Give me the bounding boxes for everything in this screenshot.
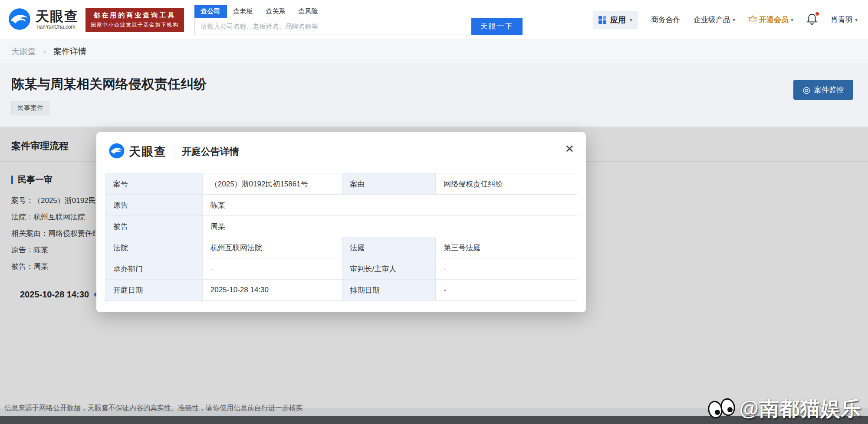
table-row: 开庭日期 2025-10-28 14:30 排期日期 - [105,280,577,301]
case-monitor-label: 案件监控 [814,85,844,95]
cell-value: 第三号法庭 [436,237,577,258]
monitor-icon: ◎ [803,85,810,94]
cell-value: 网络侵权责任纠纷 [436,173,577,195]
apps-grid-icon [598,16,606,24]
cell-value: 陈某 [202,195,577,216]
cell-value: - [202,258,342,280]
cell-value: - [436,258,577,280]
cell-label: 法院 [105,237,203,258]
search-input[interactable] [194,18,471,35]
modal-brand: 天眼查 [108,143,167,161]
table-row: 案号 （2025）浙0192民初15861号 案由 网络侵权责任纠纷 [105,173,577,195]
search-button[interactable]: 天眼一下 [471,18,523,35]
tab-relation[interactable]: 查关系 [260,5,292,18]
tab-company[interactable]: 查公司 [194,5,227,18]
nav-right-menu: 应用 ▾ 商务合作 企业级产品 ▾ 开通会员 ▾ [593,11,860,29]
promo-banner: 都在用的商业查询工具 国家中小企业发展子基金旗下机构 [85,8,184,32]
menu-business-cooperation[interactable]: 商务合作 [651,15,681,25]
breadcrumb-current: 案件详情 [53,46,86,57]
cell-label: 法庭 [342,237,436,258]
cell-label: 承办部门 [105,258,203,280]
breadcrumb-home[interactable]: 天眼查 [11,46,36,57]
tianyancha-logo-icon [8,7,31,33]
enterprise-products-label: 企业级产品 [694,15,730,25]
search-tabs: 查公司 查老板 查关系 查风险 [194,5,523,18]
promo-line1: 都在用的商业查询工具 [91,11,179,20]
chevron-down-icon: ▾ [733,17,735,23]
brand-domain: TianYanCha.com [36,24,79,30]
table-row: 承办部门 - 审判长/主审人 - [105,258,577,280]
cell-value: 杭州互联网法院 [202,237,342,258]
tianyancha-logo-icon [108,143,125,161]
watermark-text: @南都猫娱乐 [739,395,861,422]
cell-label: 开庭日期 [105,280,203,301]
business-cooperation-label: 商务合作 [651,15,681,25]
modal-brand-name: 天眼查 [129,144,167,160]
table-row: 被告 周某 [105,216,577,237]
cell-label: 案号 [105,173,203,195]
cell-value: 周某 [202,216,577,237]
notification-dot [815,12,819,16]
case-type-badge: 民事案件 [11,101,49,115]
brand-name: 天眼查 [36,10,79,24]
user-menu[interactable]: 肖青羽 ▾ [831,15,858,25]
modal-title: 开庭公告详情 [182,145,239,158]
breadcrumb-separator: ＞ [41,47,48,56]
menu-open-vip[interactable]: 开通会员 ▾ [748,15,793,25]
table-row: 原告 陈某 [105,195,577,216]
cell-value: - [436,280,577,301]
modal-header: 天眼查 开庭公告详情 × [96,132,586,170]
search-area: 查公司 查老板 查关系 查风险 天眼一下 [194,5,523,35]
page-title: 陈某与周某相关网络侵权责任纠纷 [11,75,857,93]
crown-icon [748,15,757,24]
hearing-detail-modal: 天眼查 开庭公告详情 × 案号 （2025）浙0192民初15861号 案由 网… [96,132,586,312]
table-row: 法院 杭州互联网法院 法庭 第三号法庭 [105,237,577,258]
chevron-down-icon: ▾ [791,17,793,23]
top-navbar: 天眼查 TianYanCha.com 都在用的商业查询工具 国家中小企业发展子基… [0,0,868,40]
open-vip-label: 开通会员 [759,15,789,25]
close-icon[interactable]: × [565,141,574,156]
watermark: @南都猫娱乐 [705,395,861,422]
username-label: 肖青羽 [831,15,853,25]
cell-label: 排期日期 [342,280,436,301]
case-header: 陈某与周某相关网络侵权责任纠纷 民事案件 ◎ 案件监控 [0,63,868,127]
cell-value: （2025）浙0192民初15861号 [202,173,342,195]
eyes-icon [705,396,738,421]
modal-header-divider [174,146,174,157]
cell-value: 2025-10-28 14:30 [202,280,342,301]
promo-line2: 国家中小企业发展子基金旗下机构 [91,21,179,29]
tab-risk[interactable]: 查风险 [292,5,325,18]
cell-label: 原告 [105,195,203,216]
chevron-down-icon: ▾ [630,17,632,23]
breadcrumb: 天眼查 ＞ 案件详情 [0,40,868,63]
tianyancha-logo[interactable]: 天眼查 TianYanCha.com [8,7,79,33]
apps-menu[interactable]: 应用 ▾ [593,11,638,29]
cell-label: 被告 [105,216,203,237]
apps-label: 应用 [610,15,626,25]
cell-label: 案由 [342,173,436,195]
menu-enterprise-products[interactable]: 企业级产品 ▾ [694,15,735,25]
cell-label: 审判长/主审人 [342,258,436,280]
chevron-down-icon: ▾ [855,17,858,23]
hearing-detail-table: 案号 （2025）浙0192民初15861号 案由 网络侵权责任纠纷 原告 陈某… [105,173,577,301]
case-monitor-button[interactable]: ◎ 案件监控 [793,80,853,100]
tab-boss[interactable]: 查老板 [227,5,260,18]
notifications-button[interactable] [806,13,818,27]
